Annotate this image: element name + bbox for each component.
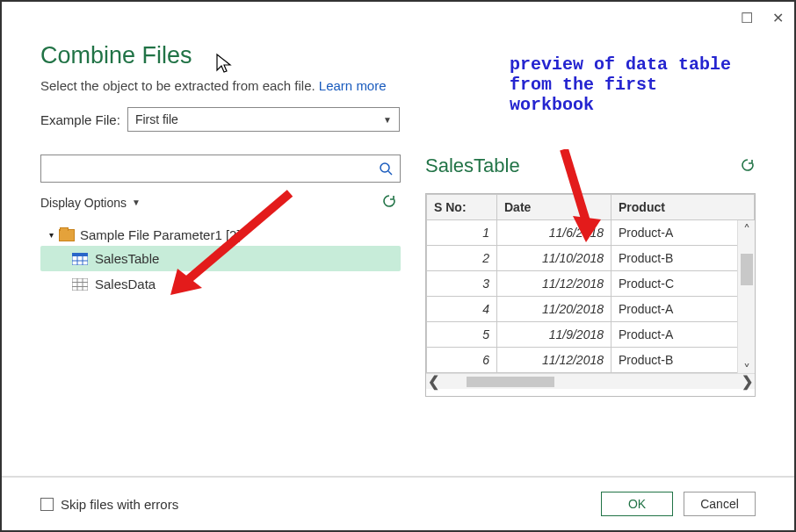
preview-table: S No: Date Product 111/6/2018Product-A 2… bbox=[426, 194, 755, 373]
scroll-up-icon[interactable]: ˄ bbox=[743, 220, 750, 241]
dialog-title: Combine Files bbox=[40, 42, 756, 69]
cell: Product-A bbox=[611, 220, 755, 246]
example-file-value: First file bbox=[135, 112, 178, 126]
svg-point-0 bbox=[380, 163, 389, 172]
footer-buttons: OK Cancel bbox=[601, 492, 756, 516]
display-options-row: Display Options ▼ bbox=[40, 193, 401, 212]
col-header-date[interactable]: Date bbox=[497, 195, 611, 220]
display-options-button[interactable]: Display Options ▼ bbox=[40, 196, 141, 210]
refresh-icon[interactable] bbox=[381, 193, 397, 212]
subtitle-text: Select the object to be extracted from e… bbox=[40, 78, 319, 93]
preview-header: SalesTable bbox=[425, 155, 756, 177]
horizontal-scrollbar[interactable]: ❮ ❯ bbox=[426, 373, 755, 389]
tree-item-salestable[interactable]: SalesTable bbox=[40, 246, 401, 271]
cell: 11/6/2018 bbox=[497, 220, 611, 246]
skip-files-label: Skip files with errors bbox=[61, 497, 178, 512]
folder-icon bbox=[59, 229, 75, 241]
cell: 11/12/2018 bbox=[497, 348, 611, 373]
preview-title: SalesTable bbox=[425, 155, 520, 177]
cell: 4 bbox=[427, 297, 497, 322]
table-icon bbox=[72, 253, 88, 265]
preview-grid: S No: Date Product 111/6/2018Product-A 2… bbox=[425, 193, 756, 397]
ok-button[interactable]: OK bbox=[601, 492, 673, 516]
sheet-icon bbox=[72, 278, 88, 291]
svg-rect-3 bbox=[72, 253, 88, 256]
scroll-thumb[interactable] bbox=[467, 377, 554, 387]
example-file-combo[interactable]: First file ▼ bbox=[127, 107, 400, 132]
dialog-footer: Skip files with errors OK Cancel bbox=[2, 476, 794, 530]
dialog-subtitle: Select the object to be extracted from e… bbox=[40, 78, 756, 93]
table-row[interactable]: 111/6/2018Product-A bbox=[427, 220, 755, 246]
cell: 5 bbox=[427, 322, 497, 348]
scroll-right-icon[interactable]: ❯ bbox=[742, 373, 753, 390]
cell: 11/10/2018 bbox=[497, 246, 611, 271]
cell: 11/20/2018 bbox=[497, 297, 611, 322]
cell: Product-A bbox=[611, 297, 755, 322]
tree-folder-label: Sample File Parameter1 [2] bbox=[80, 227, 241, 242]
svg-rect-7 bbox=[72, 278, 88, 291]
skip-files-checkbox[interactable]: Skip files with errors bbox=[40, 497, 178, 512]
svg-line-1 bbox=[388, 171, 392, 175]
table-row[interactable]: 611/12/2018Product-B bbox=[427, 348, 755, 373]
cell: 11/9/2018 bbox=[497, 322, 611, 348]
tree-item-salesdata[interactable]: SalesData bbox=[40, 271, 401, 297]
cell: Product-B bbox=[611, 246, 755, 271]
titlebar: ☐ ✕ bbox=[2, 2, 794, 33]
tree-item-label: SalesTable bbox=[95, 251, 159, 266]
chevron-down-icon: ▼ bbox=[383, 115, 392, 125]
search-input[interactable] bbox=[40, 155, 401, 183]
combine-files-dialog: ☐ ✕ Combine Files Select the object to b… bbox=[0, 0, 796, 532]
panes: Display Options ▼ ▾ Sample File Paramete… bbox=[40, 155, 756, 467]
table-row[interactable]: 511/9/2018Product-A bbox=[427, 322, 755, 348]
cell: Product-A bbox=[611, 322, 755, 348]
table-row[interactable]: 311/12/2018Product-C bbox=[427, 271, 755, 297]
cell: 1 bbox=[427, 220, 497, 246]
scroll-thumb[interactable] bbox=[741, 254, 753, 285]
content-area: Combine Files Select the object to be ex… bbox=[2, 33, 794, 476]
table-row[interactable]: 211/10/2018Product-B bbox=[427, 246, 755, 271]
checkbox-icon bbox=[40, 498, 54, 511]
tree: ▾ Sample File Parameter1 [2] SalesTable bbox=[40, 224, 401, 297]
refresh-icon[interactable] bbox=[740, 157, 756, 176]
cell: Product-C bbox=[611, 271, 755, 297]
cell: Product-B bbox=[611, 348, 755, 373]
learn-more-link[interactable]: Learn more bbox=[319, 78, 387, 93]
close-icon[interactable]: ✕ bbox=[772, 10, 784, 26]
display-options-label: Display Options bbox=[40, 196, 127, 210]
maximize-icon[interactable]: ☐ bbox=[741, 10, 753, 26]
caret-down-icon: ▾ bbox=[49, 230, 54, 240]
cell: 6 bbox=[427, 348, 497, 373]
tree-folder[interactable]: ▾ Sample File Parameter1 [2] bbox=[40, 224, 401, 246]
left-pane: Display Options ▼ ▾ Sample File Paramete… bbox=[40, 155, 401, 467]
cell: 3 bbox=[427, 271, 497, 297]
col-header-sno[interactable]: S No: bbox=[427, 195, 497, 220]
table-row[interactable]: 411/20/2018Product-A bbox=[427, 297, 755, 322]
search-icon bbox=[379, 162, 393, 176]
col-header-product[interactable]: Product bbox=[611, 195, 755, 220]
chevron-down-icon: ▼ bbox=[132, 198, 141, 207]
tree-item-label: SalesData bbox=[95, 277, 156, 291]
example-file-row: Example File: First file ▼ bbox=[40, 107, 756, 132]
cell: 11/12/2018 bbox=[497, 271, 611, 297]
scroll-left-icon[interactable]: ❮ bbox=[428, 373, 439, 390]
cancel-button[interactable]: Cancel bbox=[684, 492, 756, 516]
cell: 2 bbox=[427, 246, 497, 271]
example-file-label: Example File: bbox=[40, 112, 120, 127]
right-pane: SalesTable S No: Date Product bbox=[425, 155, 756, 467]
vertical-scrollbar[interactable]: ˄ ˅ bbox=[737, 220, 755, 380]
